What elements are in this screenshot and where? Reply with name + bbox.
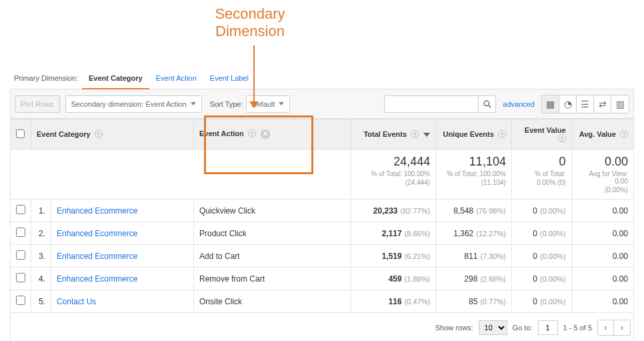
header-event-value[interactable]: Event Value ? xyxy=(511,119,571,149)
annotation-line xyxy=(253,45,255,104)
help-icon[interactable]: ? xyxy=(95,130,103,138)
row-event-action: Add to Cart xyxy=(193,245,351,268)
row-event-value: 0(0.00%) xyxy=(511,200,571,222)
table-icon: ▦ xyxy=(546,99,555,109)
search-input[interactable] xyxy=(385,96,478,112)
view-data-table-button[interactable]: ▦ xyxy=(542,95,559,113)
advanced-link[interactable]: advanced xyxy=(503,100,535,108)
header-label: Event Category xyxy=(37,130,91,138)
help-icon[interactable]: ? xyxy=(248,129,256,137)
row-event-action: Onsite Click xyxy=(193,290,351,313)
pagination-range: 1 - 5 of 5 xyxy=(563,324,592,332)
table-row: 1.Enhanced EcommerceQuickview Click20,23… xyxy=(11,200,634,222)
row-event-category[interactable]: Enhanced Ecommerce xyxy=(51,200,193,222)
goto-label: Go to: xyxy=(513,324,533,332)
events-table: Event Category ? Event Action ? ✕ Total … xyxy=(10,119,634,313)
row-unique-events: 85(0.77%) xyxy=(436,290,512,313)
header-label: Total Events xyxy=(363,130,407,138)
search-icon xyxy=(483,99,492,109)
row-event-action: Quickview Click xyxy=(193,200,351,222)
header-event-action[interactable]: Event Action ? ✕ xyxy=(193,119,351,149)
row-checkbox[interactable] xyxy=(16,205,25,214)
row-total-events: 20,233(82.77%) xyxy=(351,200,436,222)
row-unique-events: 1,362(12.27%) xyxy=(436,222,512,245)
row-total-events: 1,519(6.21%) xyxy=(351,245,436,268)
table-row: 3.Enhanced EcommerceAdd to Cart1,519(6.2… xyxy=(11,245,634,268)
row-index: 3. xyxy=(31,245,51,268)
bars-icon: ☰ xyxy=(581,99,589,109)
prev-page-button[interactable]: ‹ xyxy=(598,320,614,335)
help-icon[interactable]: ? xyxy=(620,130,628,138)
svg-line-1 xyxy=(489,105,491,107)
row-avg-value: 0.00 xyxy=(571,245,633,268)
view-pivot-button[interactable]: ▥ xyxy=(611,95,629,113)
help-icon[interactable]: ? xyxy=(498,130,506,138)
view-percentage-button[interactable]: ◔ xyxy=(559,95,577,113)
comparison-icon: ⇄ xyxy=(599,99,607,109)
row-checkbox[interactable] xyxy=(16,250,25,260)
primary-option-event-category[interactable]: Event Category xyxy=(82,67,149,89)
row-event-action: Remove from Cart xyxy=(193,268,351,290)
select-all-checkbox[interactable] xyxy=(16,129,25,138)
annotation-arrow-icon xyxy=(249,101,259,108)
report-toolbar: Plot Rows Secondary dimension: Event Act… xyxy=(10,89,634,119)
header-checkbox[interactable] xyxy=(11,119,31,149)
secondary-dimension-label: Secondary dimension: Event Action xyxy=(71,100,187,108)
sort-desc-icon xyxy=(423,133,430,137)
totals-event-value: 0 % of Total: 0.00% (0) xyxy=(511,149,571,200)
primary-dimension-bar: Primary Dimension: Event Category Event … xyxy=(10,67,634,89)
totals-row: 24,444 % of Total: 100.00% (24,444) 11,1… xyxy=(11,149,634,200)
remove-dimension-icon[interactable]: ✕ xyxy=(261,129,270,139)
row-checkbox[interactable] xyxy=(16,228,25,237)
table-row: 4.Enhanced EcommerceRemove from Cart459(… xyxy=(11,268,634,290)
row-event-action: Product Click xyxy=(193,222,351,245)
chevron-left-icon: ‹ xyxy=(605,323,607,332)
show-rows-label: Show rows: xyxy=(435,324,473,332)
chevron-right-icon: › xyxy=(621,323,623,332)
totals-avg-value: 0.00 Avg for View: 0.00 (0.00%) xyxy=(571,149,633,200)
header-label: Event Action xyxy=(199,129,244,137)
row-unique-events: 298(2.68%) xyxy=(436,268,512,290)
row-event-value: 0(0.00%) xyxy=(511,290,571,313)
row-index: 5. xyxy=(31,290,51,313)
pivot-icon: ▥ xyxy=(616,99,625,109)
caret-down-icon xyxy=(279,102,284,105)
primary-option-event-action[interactable]: Event Action xyxy=(149,67,203,89)
show-rows-select[interactable]: 10 xyxy=(479,320,507,335)
header-unique-events[interactable]: Unique Events ? xyxy=(436,119,512,149)
next-page-button[interactable]: › xyxy=(614,320,630,335)
header-event-category[interactable]: Event Category ? xyxy=(31,119,194,149)
search-button[interactable] xyxy=(478,96,495,112)
row-index: 4. xyxy=(31,268,51,290)
row-event-category[interactable]: Enhanced Ecommerce xyxy=(51,268,193,290)
view-comparison-button[interactable]: ⇄ xyxy=(594,95,611,113)
row-checkbox[interactable] xyxy=(16,273,25,282)
row-index: 1. xyxy=(31,200,51,222)
row-event-category[interactable]: Enhanced Ecommerce xyxy=(51,222,193,245)
row-event-category[interactable]: Enhanced Ecommerce xyxy=(51,245,193,268)
header-total-events[interactable]: Total Events ? xyxy=(351,119,436,149)
row-checkbox[interactable] xyxy=(16,296,25,305)
view-performance-button[interactable]: ☰ xyxy=(577,95,594,113)
goto-input[interactable] xyxy=(538,320,558,335)
row-unique-events: 8,548(76.98%) xyxy=(436,200,512,222)
row-event-value: 0(0.00%) xyxy=(511,268,571,290)
header-avg-value[interactable]: Avg. Value ? xyxy=(571,119,633,149)
header-label: Avg. Value xyxy=(579,130,616,138)
row-event-category[interactable]: Contact Us xyxy=(51,290,193,313)
row-total-events: 459(1.88%) xyxy=(351,268,436,290)
secondary-dimension-dropdown[interactable]: Secondary dimension: Event Action xyxy=(65,95,202,113)
row-avg-value: 0.00 xyxy=(571,200,633,222)
help-icon[interactable]: ? xyxy=(558,134,566,142)
help-icon[interactable]: ? xyxy=(411,130,419,138)
primary-option-event-label[interactable]: Event Label xyxy=(203,67,255,89)
row-total-events: 2,117(8.66%) xyxy=(351,222,436,245)
primary-dimension-label: Primary Dimension: xyxy=(10,74,82,82)
view-toggle-group: ▦ ◔ ☰ ⇄ ▥ xyxy=(541,95,629,113)
search-field xyxy=(384,95,496,113)
header-label: Event Value xyxy=(525,126,566,134)
svg-point-0 xyxy=(484,101,489,106)
pagination-bar: Show rows: 10 Go to: 1 - 5 of 5 ‹ › xyxy=(10,313,634,341)
caret-down-icon xyxy=(191,102,196,105)
header-label: Unique Events xyxy=(443,130,493,138)
